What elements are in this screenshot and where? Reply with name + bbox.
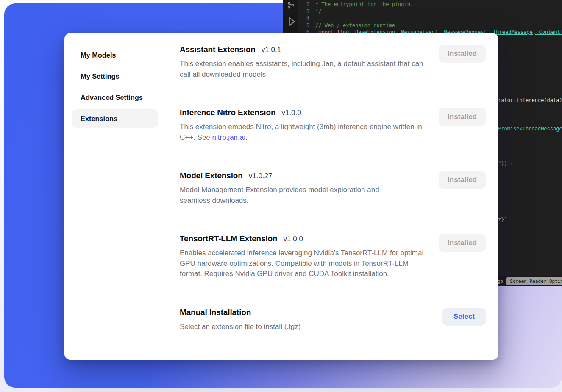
sidebar-item-label: My Models: [81, 51, 116, 59]
extension-version: v1.0.0: [281, 109, 301, 117]
extension-version: v1.0.27: [249, 172, 273, 180]
code-fragment: rator.inference(data));: [498, 97, 562, 103]
extension-version: v1.0.1: [262, 46, 281, 54]
extension-title: Manual Installation: [180, 308, 251, 317]
extension-row-manual-installation: Manual Installation Select an extension …: [180, 293, 486, 345]
extension-title: Assistant Extension: [180, 45, 256, 54]
sidebar-item-label: Extensions: [81, 115, 117, 123]
extension-description: Enables accelerated inference leveraging…: [180, 248, 428, 279]
screen-reader-chip: Screen Reader Optimize: [506, 277, 562, 285]
page-background: 2 * The entrypoint for the plugin. 3 */ …: [0, 0, 562, 392]
sidebar-item-my-settings[interactable]: My Settings: [72, 67, 158, 86]
extension-title: Model Extension: [180, 171, 243, 180]
installed-button[interactable]: Installed: [439, 234, 486, 252]
extension-version: v1.0.0: [284, 235, 303, 243]
sidebar-item-extensions[interactable]: Extensions: [72, 109, 158, 128]
code-line: 4: [298, 15, 562, 22]
status-bar-text: go: [498, 279, 506, 284]
code-area: 2 * The entrypoint for the plugin. 3 */ …: [298, 1, 562, 36]
code-fragment: Promise<ThreadMessage>: [498, 126, 562, 132]
installed-button[interactable]: Installed: [439, 45, 486, 63]
installed-button[interactable]: Installed: [439, 171, 486, 189]
settings-sidebar: My Models My Settings Advanced Settings …: [64, 33, 165, 360]
extension-title: TensortRT-LLM Extension: [180, 234, 278, 243]
extension-row-tensorrt-llm: TensortRT-LLM Extension v1.0.0 Enables a…: [180, 219, 486, 293]
code-line: 2 * The entrypoint for the plugin.: [298, 1, 562, 8]
extension-description: This extension enables assistants, inclu…: [180, 59, 428, 80]
code-fragment: t}`: [498, 217, 507, 223]
code-line: 5 // Web / extension runtime: [298, 22, 562, 29]
extension-description: Select an extension file to install (.tg…: [180, 322, 300, 332]
source-control-icon: [287, 1, 295, 11]
run-debug-icon: [287, 15, 297, 29]
extension-row-inference-nitro: Inference Nitro Extension v1.0.0 This ex…: [180, 93, 486, 156]
extension-row-assistant: Assistant Extension v1.0.1 This extensio…: [180, 33, 486, 93]
sidebar-item-advanced-settings[interactable]: Advanced Settings: [72, 88, 158, 107]
sidebar-item-my-models[interactable]: My Models: [72, 46, 158, 64]
sidebar-item-label: Advanced Settings: [81, 94, 143, 102]
extension-row-model: Model Extension v1.0.27 Model Management…: [180, 156, 486, 219]
code-fragment: ")) {: [498, 160, 513, 166]
code-line: 3 */: [298, 8, 562, 15]
extensions-list: Assistant Extension v1.0.1 This extensio…: [165, 33, 498, 360]
extension-description: Model Management Extension provides mode…: [180, 185, 404, 206]
select-button[interactable]: Select: [442, 308, 486, 326]
settings-modal: My Models My Settings Advanced Settings …: [64, 33, 498, 360]
sidebar-item-label: My Settings: [81, 72, 120, 80]
extension-description: This extension embeds Nitro, a lightweig…: [180, 122, 428, 143]
installed-button[interactable]: Installed: [439, 108, 486, 126]
nitro-jan-ai-link[interactable]: nitro.jan.ai.: [212, 133, 248, 141]
extension-title: Inference Nitro Extension: [180, 108, 275, 117]
